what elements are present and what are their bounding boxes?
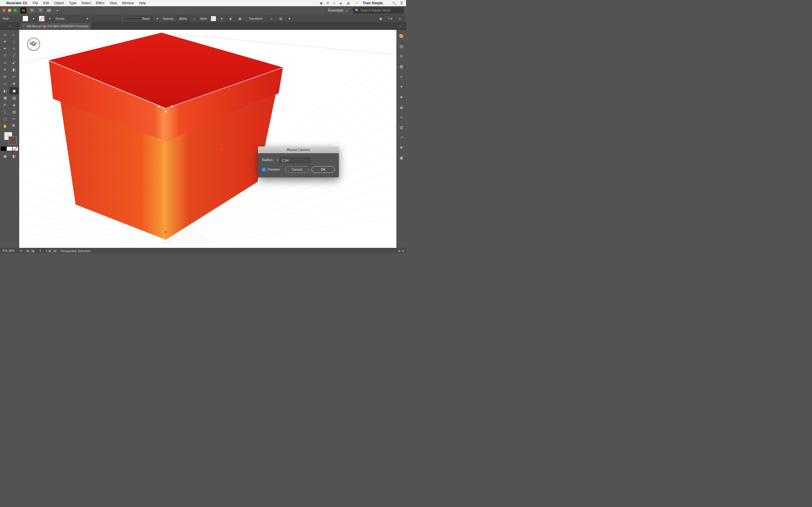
artboard-number-input[interactable] (36, 249, 45, 253)
menu-edit[interactable]: Edit (43, 1, 49, 5)
brushes-panel-icon[interactable]: ⟳ (398, 53, 405, 60)
lasso-tool[interactable]: ◌ (10, 38, 18, 45)
direct-selection-tool[interactable]: ▹ (10, 31, 18, 38)
volume-icon[interactable]: 🔊 (347, 1, 351, 5)
line-tool[interactable]: ╱ (10, 52, 18, 59)
gradient-panel-icon[interactable]: ✦ (398, 83, 405, 90)
menu-extras-icon[interactable]: ☰ (400, 1, 403, 5)
workspace-switcher[interactable]: Essentials ⌄ (325, 7, 351, 14)
first-artboard-button[interactable]: ⏮ (26, 249, 30, 253)
timemachine-icon[interactable]: ⟳ (326, 1, 329, 5)
menu-file[interactable]: File (33, 1, 38, 5)
brush-preview[interactable]: Basic (124, 16, 152, 21)
perspective-plane-widget[interactable] (27, 38, 40, 51)
transform-button[interactable]: Transform (246, 17, 265, 20)
document-tab[interactable]: × Gift Box.ai* @ 376.36% (RGB/GPU Previe… (20, 22, 91, 30)
zoom-tool[interactable]: 🔍 (10, 122, 18, 129)
menu-type[interactable]: Type (69, 1, 77, 5)
perspective-selection-tool[interactable]: ▣ (10, 87, 18, 94)
tab-handle-right[interactable]: ≫ (395, 22, 406, 30)
app-menu[interactable]: Illustrator CC (6, 1, 28, 5)
scale-tool[interactable]: ⤢ (10, 73, 18, 80)
ok-button[interactable]: OK (312, 166, 335, 173)
zoom-window-button[interactable] (13, 9, 17, 12)
symbols-panel-icon[interactable]: ▦ (398, 63, 405, 70)
cc-sync-icon[interactable]: ◉ (320, 1, 322, 5)
width-tool[interactable]: ≈ (1, 80, 10, 87)
stroke-swatch[interactable] (39, 16, 45, 21)
shape-builder-tool[interactable]: ◐ (1, 87, 10, 94)
mesh-tool[interactable]: ▦ (1, 94, 10, 101)
close-tab-icon[interactable]: × (22, 24, 24, 28)
opacity-input[interactable] (177, 16, 189, 21)
export-panel-icon[interactable]: ↗ (398, 134, 405, 141)
brush-dd[interactable]: ▾ (155, 16, 160, 21)
shaper-tool[interactable]: ✎ (1, 66, 10, 73)
free-transform-tool[interactable]: ✥ (10, 80, 18, 87)
recolor-icon[interactable]: ◑ (227, 15, 234, 22)
grid-toggle-icon[interactable]: ▦ (377, 15, 384, 22)
color-panel-icon[interactable]: 🎨 (398, 33, 405, 40)
magic-wand-tool[interactable]: ✦ (1, 38, 10, 45)
stroke-dd[interactable]: ▾ (47, 16, 52, 21)
stock-button[interactable]: St (37, 8, 44, 13)
tab-handle[interactable]: ≪ (0, 22, 20, 30)
spotlight-icon[interactable]: 🔍 (392, 1, 396, 5)
stroke-weight-input[interactable] (68, 16, 82, 21)
fill-swatch[interactable] (22, 16, 28, 21)
style-dd[interactable]: ▾ (219, 16, 224, 21)
graph-tool[interactable]: ▤ (10, 108, 18, 115)
eyedropper-tool[interactable]: ✐ (1, 101, 10, 108)
arrange-docs-button[interactable]: ▥▾ (46, 8, 52, 13)
graphic-styles-icon[interactable]: ▥ (398, 124, 405, 131)
layers-panel-icon[interactable]: ❖ (398, 144, 405, 151)
gpu-icon[interactable]: ▸ (54, 8, 61, 13)
screen-mode-tool[interactable]: ▣ (1, 153, 10, 160)
options-icon[interactable]: ≡ (396, 15, 403, 22)
next-artboard-button[interactable]: ▶ (48, 249, 52, 253)
canvas[interactable]: Round Corners Radius: ⥮ ✓ Preview Cancel (19, 30, 396, 248)
chip-none[interactable] (12, 147, 18, 151)
slice-tool[interactable]: ✂ (10, 115, 18, 122)
menu-view[interactable]: View (110, 1, 117, 5)
gradient-tool[interactable]: ▨ (10, 94, 18, 101)
menu-help[interactable]: Help (139, 1, 146, 5)
isolate-icon[interactable]: ↘ (268, 15, 274, 22)
curvature-tool[interactable]: ∿ (10, 45, 18, 52)
eraser-tool[interactable]: ◧ (10, 66, 18, 73)
paintbrush-tool[interactable]: 🖌 (10, 59, 18, 66)
dialog-title[interactable]: Round Corners (258, 147, 339, 153)
align-icon[interactable]: ▦ (237, 15, 243, 22)
selection-tool[interactable]: ▷ (1, 31, 10, 38)
rotate-tool[interactable]: ⟳ (1, 73, 10, 80)
opacity-dd[interactable]: › (192, 16, 197, 21)
swatches-panel-icon[interactable]: ▤ (398, 43, 405, 50)
cancel-button[interactable]: Cancel (285, 166, 309, 173)
style-swatch[interactable] (211, 16, 216, 21)
bridge-button[interactable]: Br (29, 8, 36, 13)
stroke-dd2[interactable]: ▾ (85, 16, 90, 21)
close-window-button[interactable] (2, 9, 6, 12)
menu-effect[interactable]: Effect (96, 1, 104, 5)
radius-input[interactable] (280, 157, 311, 163)
menu-object[interactable]: Object (54, 1, 64, 5)
minimize-window-button[interactable] (8, 9, 11, 12)
menu-window[interactable]: Window (122, 1, 134, 5)
ctrl-dd[interactable]: ▾ (287, 16, 292, 21)
radius-stepper[interactable]: ⥮ (276, 157, 280, 163)
stroke-box[interactable] (8, 136, 17, 145)
hand-tool[interactable]: ✋ (1, 122, 10, 129)
pen-tool[interactable]: ✒ (1, 45, 10, 52)
chip-solid[interactable] (1, 147, 6, 151)
artboard-tool[interactable]: ▢ (1, 115, 10, 122)
fill-stroke-control[interactable] (1, 131, 18, 146)
user-menu[interactable]: Train Simple (363, 1, 383, 5)
stroke-panel-icon[interactable]: ≡ (398, 73, 405, 80)
menu-select[interactable]: Select (82, 1, 91, 5)
edit-clip-icon[interactable]: ▧ (277, 15, 284, 22)
libraries-panel-icon[interactable]: ∞ (398, 114, 405, 121)
battery-icon[interactable]: ⚡ (355, 1, 359, 5)
snap-icon[interactable]: ⊢▾ (387, 15, 394, 22)
appearance-panel-icon[interactable]: ◒ (398, 104, 405, 110)
blend-tool[interactable]: ◈ (10, 101, 18, 108)
